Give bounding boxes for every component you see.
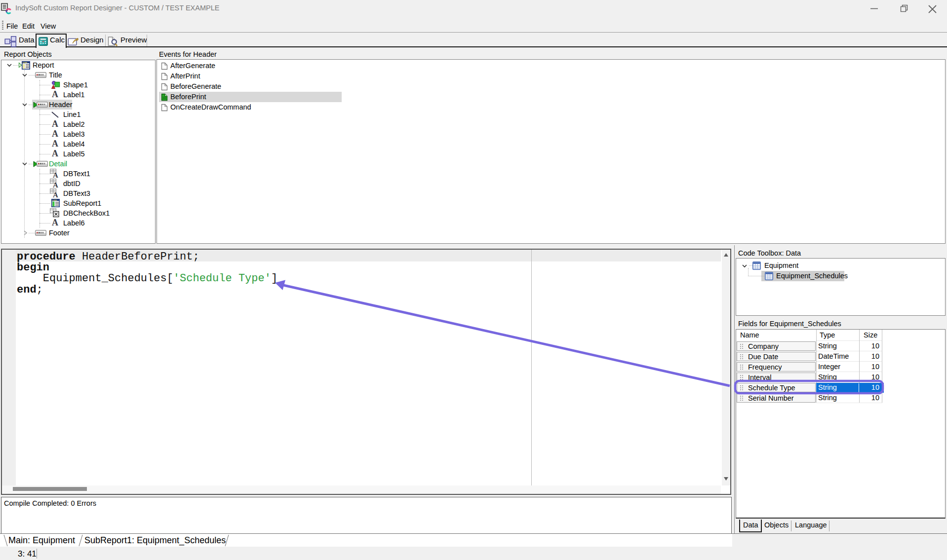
- svg-text:A: A: [53, 171, 58, 179]
- svg-text:A: A: [53, 181, 58, 188]
- svg-text:A: A: [53, 191, 58, 198]
